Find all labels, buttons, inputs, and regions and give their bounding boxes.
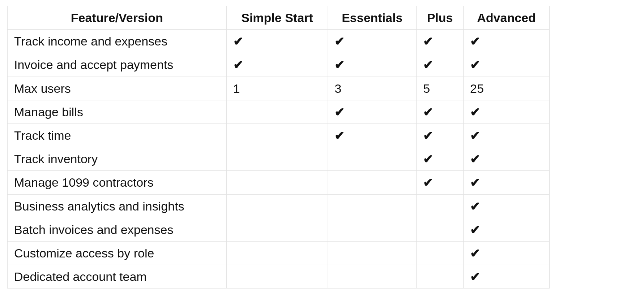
table-row: Invoice and accept payments✔✔✔✔: [8, 53, 550, 77]
feature-name-cell: Invoice and accept payments: [8, 53, 227, 77]
feature-name-cell: Customize access by role: [8, 241, 227, 265]
plan-cell: 1: [226, 77, 328, 100]
feature-name-cell: Business analytics and insights: [8, 194, 227, 218]
plan-cell: ✔: [463, 171, 549, 194]
column-header-essentials: Essentials: [328, 6, 417, 30]
check-icon: ✔: [470, 246, 480, 260]
plan-cell: [328, 241, 417, 265]
column-header-feature: Feature/Version: [8, 6, 227, 30]
feature-comparison-table-container: Feature/Version Simple Start Essentials …: [0, 0, 644, 294]
plan-cell: ✔: [463, 123, 549, 147]
feature-name-cell: Dedicated account team: [8, 265, 227, 289]
check-icon: ✔: [470, 34, 480, 48]
plan-cell: ✔: [226, 30, 328, 53]
plan-cell: [328, 194, 417, 218]
check-icon: ✔: [470, 129, 480, 142]
column-header-advanced: Advanced: [463, 6, 549, 30]
table-row: Manage 1099 contractors✔✔: [8, 171, 550, 194]
check-icon: ✔: [423, 105, 433, 119]
check-icon: ✔: [470, 58, 480, 71]
plan-cell: ✔: [463, 218, 549, 241]
check-icon: ✔: [423, 34, 433, 48]
table-row: Business analytics and insights✔: [8, 194, 550, 218]
plan-cell: [226, 171, 328, 194]
plan-cell: [328, 218, 417, 241]
plan-cell: ✔: [463, 265, 549, 289]
table-header-row: Feature/Version Simple Start Essentials …: [8, 6, 550, 30]
check-icon: ✔: [423, 58, 433, 71]
plan-cell: ✔: [226, 53, 328, 77]
table-row: Track time✔✔✔: [8, 123, 550, 147]
table-body: Track income and expenses✔✔✔✔Invoice and…: [8, 30, 550, 289]
plan-cell: ✔: [328, 53, 417, 77]
plan-cell: ✔: [417, 30, 464, 53]
plan-cell: [417, 194, 464, 218]
table-row: Max users13525: [8, 77, 550, 100]
check-icon: ✔: [470, 223, 480, 237]
plan-cell: 3: [328, 77, 417, 100]
plan-cell: [226, 100, 328, 123]
plan-cell: ✔: [328, 123, 417, 147]
check-icon: ✔: [470, 199, 480, 213]
plan-cell: ✔: [417, 53, 464, 77]
table-row: Dedicated account team✔: [8, 265, 550, 289]
column-header-plus: Plus: [417, 6, 464, 30]
plan-cell: [226, 265, 328, 289]
plan-cell: ✔: [463, 30, 549, 53]
table-row: Track income and expenses✔✔✔✔: [8, 30, 550, 53]
check-icon: ✔: [423, 152, 433, 166]
check-icon: ✔: [334, 105, 345, 119]
check-icon: ✔: [470, 105, 480, 119]
check-icon: ✔: [334, 34, 345, 48]
check-icon: ✔: [470, 175, 480, 189]
plan-cell: ✔: [463, 147, 549, 171]
check-icon: ✔: [233, 58, 243, 71]
check-icon: ✔: [334, 58, 345, 71]
feature-name-cell: Track inventory: [8, 147, 227, 171]
plan-cell: 5: [417, 77, 464, 100]
plan-cell: [328, 265, 417, 289]
feature-name-cell: Batch invoices and expenses: [8, 218, 227, 241]
plan-cell: ✔: [417, 171, 464, 194]
plan-cell: [226, 218, 328, 241]
plan-cell: [417, 218, 464, 241]
plan-cell: [226, 241, 328, 265]
plan-cell: ✔: [328, 100, 417, 123]
feature-name-cell: Track time: [8, 123, 227, 147]
plan-cell: [226, 123, 328, 147]
plan-cell: ✔: [463, 241, 549, 265]
plan-cell: [417, 241, 464, 265]
table-row: Customize access by role✔: [8, 241, 550, 265]
feature-name-cell: Max users: [8, 77, 227, 100]
plan-cell: ✔: [417, 123, 464, 147]
plan-cell: ✔: [463, 53, 549, 77]
plan-cell: [226, 194, 328, 218]
column-header-simple-start: Simple Start: [226, 6, 328, 30]
plan-cell: [328, 171, 417, 194]
check-icon: ✔: [423, 129, 433, 142]
plan-cell: ✔: [417, 147, 464, 171]
table-row: Track inventory✔✔: [8, 147, 550, 171]
check-icon: ✔: [233, 34, 243, 48]
plan-cell: ✔: [417, 100, 464, 123]
feature-name-cell: Track income and expenses: [8, 30, 227, 53]
feature-name-cell: Manage 1099 contractors: [8, 171, 227, 194]
check-icon: ✔: [470, 152, 480, 166]
plan-cell: 25: [463, 77, 549, 100]
plan-cell: [417, 265, 464, 289]
feature-comparison-table: Feature/Version Simple Start Essentials …: [7, 6, 550, 289]
feature-name-cell: Manage bills: [8, 100, 227, 123]
plan-cell: ✔: [328, 30, 417, 53]
check-icon: ✔: [334, 129, 345, 142]
table-row: Manage bills✔✔✔: [8, 100, 550, 123]
check-icon: ✔: [423, 175, 433, 189]
plan-cell: ✔: [463, 194, 549, 218]
plan-cell: [226, 147, 328, 171]
plan-cell: ✔: [463, 100, 549, 123]
table-row: Batch invoices and expenses✔: [8, 218, 550, 241]
check-icon: ✔: [470, 270, 480, 283]
plan-cell: [328, 147, 417, 171]
